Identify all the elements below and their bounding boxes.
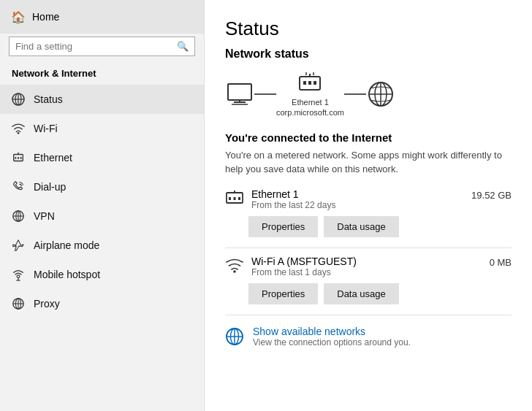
svg-rect-39 (238, 197, 240, 200)
globe-icon (366, 80, 395, 109)
ethernet1-buttons: Properties Data usage (248, 216, 512, 237)
svg-point-14 (17, 275, 20, 278)
ethernet-icon (12, 151, 25, 164)
wifi1-buttons: Properties Data usage (248, 283, 512, 304)
svg-rect-28 (314, 81, 316, 85)
svg-point-4 (18, 132, 20, 134)
divider1 (225, 247, 512, 248)
home-icon: 🏠 (12, 10, 25, 23)
network-status-title: Network status (225, 47, 512, 61)
main-content: Status Network status (205, 0, 532, 411)
sidebar-item-ethernet[interactable]: Ethernet (0, 143, 204, 172)
search-icon: 🔍 (177, 41, 189, 52)
connected-desc: You're on a metered network. Some apps m… (225, 148, 510, 177)
sidebar-item-status-label: Status (34, 93, 63, 105)
home-label: Home (32, 11, 59, 23)
show-networks-button[interactable]: Show available networks View the connect… (225, 326, 512, 350)
sidebar-item-proxy[interactable]: Proxy (0, 289, 204, 318)
network-diagram: Ethernet 1 corp.microsoft.com (225, 71, 512, 118)
nd-line2 (344, 93, 366, 95)
dialup-icon (12, 180, 25, 193)
sidebar-item-hotspot[interactable]: Mobile hotspot (0, 260, 204, 289)
svg-point-41 (233, 270, 236, 273)
vpn-icon (12, 210, 25, 223)
wifi1-info: Wi-Fi A (MSFTGUEST) From the last 1 days (251, 256, 482, 277)
sidebar-item-airplane[interactable]: Airplane mode (0, 231, 204, 260)
show-networks-sub: View the connection options around you. (253, 337, 411, 347)
nd-adapter-label: Ethernet 1 corp.microsoft.com (276, 97, 344, 118)
ethernet1-properties-button[interactable]: Properties (248, 216, 318, 237)
sidebar: 🏠 Home 🔍 Network & Internet Status (0, 0, 205, 411)
wifi1-item: Wi-Fi A (MSFTGUEST) From the last 1 days… (225, 256, 512, 304)
sidebar-item-dialup[interactable]: Dial-up (0, 172, 204, 201)
svg-rect-38 (234, 197, 236, 200)
connected-text: You're connected to the Internet (225, 131, 512, 144)
airplane-icon (12, 239, 25, 252)
wifi1-data: 0 MB (490, 257, 512, 268)
svg-rect-27 (308, 81, 311, 85)
ethernet1-row: Ethernet 1 From the last 22 days 19.52 G… (225, 188, 512, 210)
sidebar-item-wifi[interactable]: Wi-Fi (0, 114, 204, 143)
sidebar-item-proxy-label: Proxy (34, 298, 60, 310)
wifi1-sub: From the last 1 days (251, 267, 482, 277)
search-input[interactable] (15, 41, 172, 52)
proxy-icon (12, 297, 25, 310)
adapter-icon (297, 71, 323, 94)
svg-rect-26 (303, 81, 306, 85)
wifi1-row: Wi-Fi A (MSFTGUEST) From the last 1 days… (225, 256, 512, 277)
sidebar-section-title: Network & Internet (0, 64, 204, 85)
svg-rect-7 (18, 157, 19, 159)
ethernet1-info: Ethernet 1 From the last 22 days (251, 188, 464, 210)
nd-internet (366, 80, 395, 109)
wifi1-name: Wi-Fi A (MSFTGUEST) (251, 256, 482, 267)
wifi1-properties-button[interactable]: Properties (248, 283, 318, 304)
page-title: Status (225, 18, 512, 40)
show-networks-info: Show available networks View the connect… (253, 326, 411, 347)
svg-rect-37 (229, 197, 231, 200)
nd-computer (225, 82, 254, 107)
status-icon (12, 93, 25, 106)
sidebar-home-button[interactable]: 🏠 Home (0, 0, 204, 34)
ethernet1-item: Ethernet 1 From the last 22 days 19.52 G… (225, 188, 512, 237)
wifi1-icon (225, 257, 244, 277)
computer-icon (225, 82, 254, 107)
sidebar-item-dialup-label: Dial-up (34, 181, 66, 193)
svg-rect-6 (15, 157, 17, 159)
show-networks-icon (225, 327, 244, 350)
search-box[interactable]: 🔍 (9, 37, 195, 56)
wifi1-datausage-button[interactable]: Data usage (324, 283, 399, 304)
hotspot-icon (12, 268, 25, 281)
sidebar-item-airplane-label: Airplane mode (34, 239, 99, 251)
sidebar-item-status[interactable]: Status (0, 85, 204, 114)
svg-rect-21 (228, 84, 251, 100)
ethernet1-icon (225, 190, 244, 210)
ethernet1-name: Ethernet 1 (251, 188, 464, 200)
sidebar-item-hotspot-label: Mobile hotspot (34, 269, 100, 280)
sidebar-item-wifi-label: Wi-Fi (34, 123, 58, 134)
nd-adapter: Ethernet 1 corp.microsoft.com (276, 71, 344, 118)
sidebar-item-vpn[interactable]: VPN (0, 201, 204, 231)
wifi-icon (12, 122, 25, 135)
divider2 (225, 315, 512, 315)
show-networks-title: Show available networks (253, 326, 411, 337)
sidebar-item-vpn-label: VPN (34, 210, 55, 222)
ethernet1-datausage-button[interactable]: Data usage (324, 216, 399, 237)
ethernet1-sub: From the last 22 days (251, 200, 464, 210)
nd-line1 (254, 93, 276, 95)
sidebar-item-ethernet-label: Ethernet (34, 152, 72, 164)
ethernet1-data: 19.52 GB (471, 190, 512, 201)
svg-rect-8 (20, 157, 22, 159)
